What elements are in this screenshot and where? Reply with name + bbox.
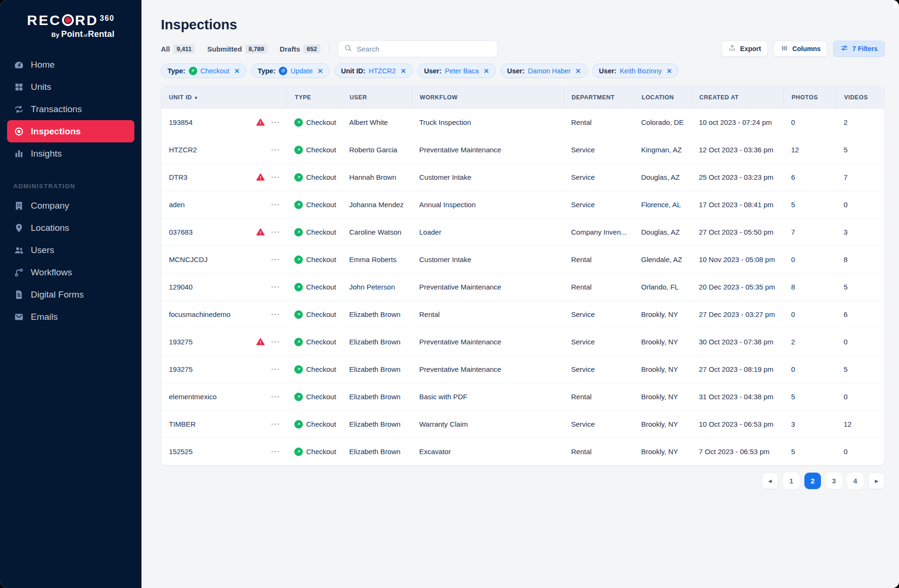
sidebar-item-transactions[interactable]: Transactions [7,98,134,120]
sidebar-item-company[interactable]: Company [7,194,134,217]
table-row[interactable]: 129040···CheckoutJohn PetersonPreventati… [161,273,884,300]
remove-filter-icon[interactable]: ✕ [667,67,672,75]
sidebar-item-label: Insights [31,149,62,159]
videos-cell-value: 0 [844,338,847,346]
sidebar-item-inspections[interactable]: Inspections [7,120,134,142]
export-icon [728,44,736,53]
created-at-cell: 17 Oct 2023 - 08:41 pm [691,201,784,209]
type-label: Checkout [306,201,336,209]
row-menu-button[interactable]: ··· [271,118,280,127]
type-label: Checkout [306,393,336,401]
row-menu-button[interactable]: ··· [271,448,280,456]
search-input[interactable] [356,44,492,53]
pagination-page-3[interactable]: 3 [826,473,842,489]
table-row[interactable]: focusmachinedemo···CheckoutElizabeth Bro… [161,300,884,328]
table-row[interactable]: TIMBER···CheckoutElizabeth BrownWarranty… [161,410,884,438]
workflows-branch-icon [13,267,25,278]
column-header-unit-id[interactable]: UNIT ID▾ [161,86,287,109]
user-cell: Albert White [342,118,412,126]
users-people-icon [13,245,25,255]
emails-envelope-icon [13,312,25,322]
scrollbar-thumb[interactable] [894,2,898,9]
pagination-page-2[interactable]: 2 [804,473,821,489]
row-menu-button[interactable]: ··· [271,338,280,346]
filter-chip-type-update: Type:Update✕ [251,63,330,78]
sidebar-item-digital-forms[interactable]: Digital Forms [7,283,134,306]
user-cell-value: Elizabeth Brown [349,338,400,346]
created-at-cell: 27 Oct 2023 - 05:50 pm [691,228,784,236]
created-at-cell: 10 Oct 2023 - 06:53 pm [691,420,784,428]
workflow-cell: Customer Intake [412,255,564,263]
column-header-label: PHOTOS [792,94,818,101]
row-menu-button[interactable]: ··· [271,393,280,401]
pagination-page-4[interactable]: 4 [847,473,864,489]
table-row[interactable]: DTR3···CheckoutHannah BrownCustomer Inta… [161,163,884,191]
column-header-department[interactable]: DEPARTMENT [564,86,634,109]
workflow-cell: Excavator [412,448,564,456]
column-header-photos[interactable]: PHOTOS [784,86,836,109]
sidebar-item-insights[interactable]: Insights [7,142,134,165]
export-button[interactable]: Export [721,41,768,57]
type-badge: Checkout [294,146,338,154]
location-cell-value: Orlando, FL [641,283,679,291]
filters-button[interactable]: 7 Filters [833,41,885,57]
table-row[interactable]: 152525···CheckoutElizabeth BrownExcavato… [161,438,884,465]
pagination-prev-button[interactable]: ◂ [762,473,778,489]
column-header-type[interactable]: TYPE [287,86,342,109]
column-header-created-at[interactable]: CREATED AT [691,86,784,109]
sidebar-item-home[interactable]: Home [7,53,134,76]
pagination-next-button[interactable]: ▸ [868,473,885,489]
column-header-videos[interactable]: VIDEOS [836,86,884,109]
department-cell: Service [564,310,634,318]
workflow-cell-value: Preventative Maintenance [419,146,501,154]
photos-cell: 6 [784,173,836,181]
table-row[interactable]: elementmexico···CheckoutElizabeth BrownB… [161,383,884,410]
tab-submitted[interactable]: Submitted8,789 [207,44,267,53]
table-row[interactable]: aden···CheckoutJohanna MendezAnnual Insp… [161,191,884,218]
table-row[interactable]: 193275···CheckoutElizabeth BrownPreventa… [161,355,884,383]
unit-id-cell: MCNCJCDJ··· [161,255,287,264]
workflow-cell-value: Customer Intake [419,173,471,181]
table-row[interactable]: HTZCR2···CheckoutRoberto GarciaPreventat… [161,136,884,163]
column-header-workflow[interactable]: WORKFLOW [412,86,564,109]
table-row[interactable]: 193854···CheckoutAlbert WhiteTruck Inspe… [161,109,884,136]
department-cell: Service [564,173,634,181]
row-menu-button[interactable]: ··· [271,201,280,209]
row-menu-button[interactable]: ··· [271,228,280,237]
department-cell: Rental [564,393,634,401]
table-row[interactable]: 193275···CheckoutElizabeth BrownPreventa… [161,328,884,355]
sidebar-item-users[interactable]: Users [7,239,134,261]
row-menu-button[interactable]: ··· [271,310,280,319]
table-row[interactable]: 037683···CheckoutCaroline WatsonLoaderCo… [161,218,884,246]
remove-filter-icon[interactable]: ✕ [317,67,323,75]
row-menu-button[interactable]: ··· [271,173,280,182]
main-content: Inspections All9,411Submitted8,789Drafts… [141,0,899,588]
pagination-page-1[interactable]: 1 [783,473,800,489]
remove-filter-icon[interactable]: ✕ [234,67,240,75]
remove-filter-icon[interactable]: ✕ [484,67,489,75]
sidebar-item-emails[interactable]: Emails [7,306,134,328]
department-cell: Rental [564,118,634,126]
workflow-cell: Rental [412,310,564,318]
row-menu-button[interactable]: ··· [271,365,280,374]
remove-filter-icon[interactable]: ✕ [400,67,406,75]
row-menu-button[interactable]: ··· [271,283,280,291]
tab-drafts[interactable]: Drafts652 [280,44,320,53]
row-menu-button[interactable]: ··· [271,420,280,429]
row-menu-button[interactable]: ··· [271,255,280,264]
tab-all[interactable]: All9,411 [161,44,195,53]
row-menu-button[interactable]: ··· [271,146,280,154]
department-cell-value: Service [571,173,595,181]
sidebar-item-workflows[interactable]: Workflows [7,261,134,283]
columns-button[interactable]: Columns [774,41,828,57]
sidebar-item-locations[interactable]: Locations [7,217,134,239]
type-label: Checkout [306,255,336,263]
column-header-location[interactable]: LOCATION [634,86,691,109]
unit-id-cell: HTZCR2··· [161,146,287,154]
sidebar-item-units[interactable]: Units [7,76,134,98]
column-header-user[interactable]: USER [342,86,412,109]
photos-cell: 5 [784,448,836,456]
remove-filter-icon[interactable]: ✕ [575,67,581,75]
photos-cell-value: 0 [791,310,795,318]
table-row[interactable]: MCNCJCDJ···CheckoutEmma RobertsCustomer … [161,246,884,273]
